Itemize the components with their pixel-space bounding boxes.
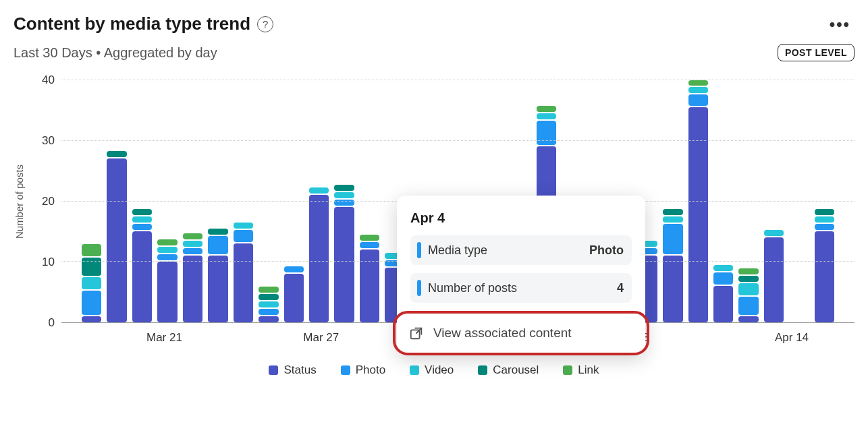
more-menu-button[interactable]: ••• xyxy=(825,15,855,34)
bar-segment-status[interactable] xyxy=(132,231,152,322)
bar-segment-link[interactable] xyxy=(82,244,101,256)
legend-swatch xyxy=(341,365,350,375)
bar-column[interactable] xyxy=(284,80,304,322)
bar-segment-status[interactable] xyxy=(738,316,758,322)
help-icon[interactable]: ? xyxy=(257,16,273,32)
bar-segment-link[interactable] xyxy=(738,268,758,274)
bar-segment-photo[interactable] xyxy=(815,224,834,230)
bar-segment-video[interactable] xyxy=(234,223,253,229)
bar-segment-link[interactable] xyxy=(183,233,202,239)
bar-segment-video[interactable] xyxy=(309,187,329,194)
bar-segment-carousel[interactable] xyxy=(82,258,101,276)
bar-segment-photo[interactable] xyxy=(82,291,101,315)
bar-column[interactable] xyxy=(713,80,733,322)
bar-segment-video[interactable] xyxy=(815,216,834,223)
bar-segment-link[interactable] xyxy=(688,80,708,86)
bar-column[interactable] xyxy=(234,80,253,322)
bar-segment-video[interactable] xyxy=(259,301,278,307)
bar-segment-photo[interactable] xyxy=(713,272,733,285)
bar-segment-carousel[interactable] xyxy=(334,185,354,191)
legend-item-status[interactable]: Status xyxy=(269,363,316,377)
bar-segment-link[interactable] xyxy=(157,239,177,245)
bar-column[interactable] xyxy=(259,80,278,322)
bar-segment-status[interactable] xyxy=(713,286,733,322)
y-tick: 10 xyxy=(42,256,55,269)
bar-segment-video[interactable] xyxy=(132,216,152,223)
bar-column[interactable] xyxy=(738,80,758,322)
bar-segment-video[interactable] xyxy=(334,192,354,198)
bar-column[interactable] xyxy=(208,80,227,322)
bar-segment-status[interactable] xyxy=(334,207,354,322)
legend-item-video[interactable]: Video xyxy=(410,363,454,377)
bar-segment-carousel[interactable] xyxy=(815,209,834,215)
bar-column[interactable] xyxy=(309,80,329,322)
bar-segment-video[interactable] xyxy=(738,283,758,295)
bar-column[interactable] xyxy=(688,80,708,322)
bar-segment-photo[interactable] xyxy=(132,224,152,230)
bar-segment-video[interactable] xyxy=(663,216,682,223)
bar-column[interactable] xyxy=(157,80,177,322)
bar-segment-photo[interactable] xyxy=(234,230,253,242)
bar-segment-status[interactable] xyxy=(360,249,379,322)
bar-segment-status[interactable] xyxy=(815,231,834,322)
bar-column[interactable] xyxy=(82,80,101,322)
bar-segment-status[interactable] xyxy=(284,274,304,322)
bar-column[interactable] xyxy=(360,80,379,322)
bar-segment-status[interactable] xyxy=(107,158,126,322)
bar-column[interactable] xyxy=(132,80,152,322)
external-link-icon xyxy=(409,326,424,341)
bar-segment-video[interactable] xyxy=(713,265,733,271)
bar-segment-carousel[interactable] xyxy=(663,209,682,215)
bar-column[interactable] xyxy=(107,80,126,322)
bar-column[interactable] xyxy=(789,80,809,322)
bar-segment-photo[interactable] xyxy=(208,236,227,254)
bar-segment-status[interactable] xyxy=(663,256,682,322)
legend-item-photo[interactable]: Photo xyxy=(341,363,385,377)
bar-segment-photo[interactable] xyxy=(688,94,708,106)
bar-segment-status[interactable] xyxy=(764,237,784,322)
tooltip-row-media-type: Media type Photo xyxy=(410,235,632,265)
bar-segment-link[interactable] xyxy=(360,235,379,241)
bar-segment-link[interactable] xyxy=(259,287,278,293)
bar-segment-photo[interactable] xyxy=(360,242,379,248)
bar-segment-photo[interactable] xyxy=(259,309,278,315)
bar-segment-photo[interactable] xyxy=(157,254,177,260)
bar-column[interactable] xyxy=(334,80,354,322)
bar-segment-carousel[interactable] xyxy=(107,151,126,157)
bar-segment-photo[interactable] xyxy=(738,297,758,315)
bar-segment-carousel[interactable] xyxy=(208,229,227,235)
bar-segment-status[interactable] xyxy=(208,256,227,322)
bar-segment-status[interactable] xyxy=(157,262,177,322)
bar-segment-video[interactable] xyxy=(183,241,202,247)
bar-segment-status[interactable] xyxy=(309,195,329,322)
bar-column[interactable] xyxy=(663,80,682,322)
bar-segment-video[interactable] xyxy=(688,87,708,92)
bar-segment-carousel[interactable] xyxy=(259,294,278,300)
legend-label: Carousel xyxy=(493,363,539,377)
bar-segment-photo[interactable] xyxy=(663,224,682,254)
bar-segment-photo[interactable] xyxy=(537,121,556,145)
legend-item-carousel[interactable]: Carousel xyxy=(478,363,539,377)
bar-segment-carousel[interactable] xyxy=(132,209,152,215)
bar-segment-photo[interactable] xyxy=(183,248,202,254)
bar-segment-status[interactable] xyxy=(183,256,202,322)
bar-column[interactable] xyxy=(183,80,202,322)
bar-column[interactable] xyxy=(815,80,834,322)
bar-segment-status[interactable] xyxy=(688,107,708,322)
bar-segment-status[interactable] xyxy=(82,316,101,322)
legend-item-link[interactable]: Link xyxy=(563,363,599,377)
bar-segment-status[interactable] xyxy=(259,316,278,322)
bar-segment-status[interactable] xyxy=(234,243,253,322)
x-tick: Mar 21 xyxy=(146,331,182,345)
bar-segment-video[interactable] xyxy=(764,230,784,236)
view-associated-content-link[interactable]: View associated content xyxy=(393,311,649,355)
bar-segment-photo[interactable] xyxy=(284,266,304,272)
y-tick: 40 xyxy=(42,74,55,87)
bar-segment-video[interactable] xyxy=(157,247,177,253)
bar-segment-video[interactable] xyxy=(537,113,556,119)
bar-segment-video[interactable] xyxy=(82,277,101,289)
bar-segment-link[interactable] xyxy=(537,106,556,112)
bar-segment-carousel[interactable] xyxy=(738,276,758,282)
tooltip-series-color xyxy=(417,280,421,296)
bar-column[interactable] xyxy=(764,80,784,322)
